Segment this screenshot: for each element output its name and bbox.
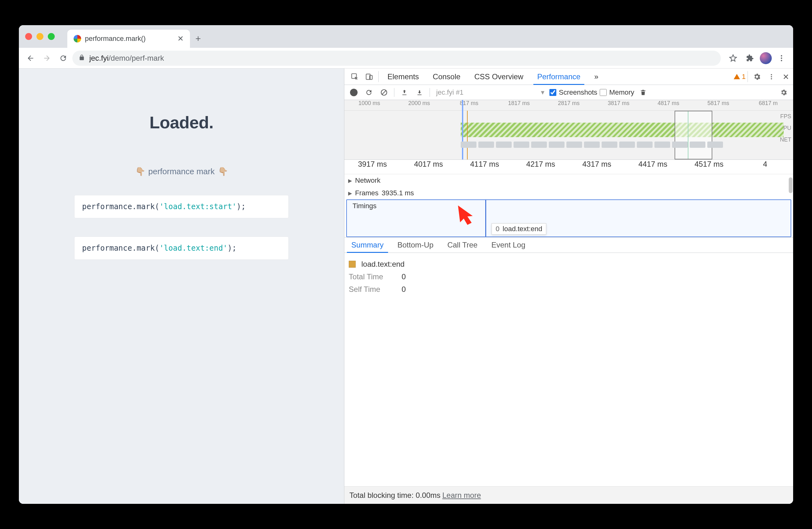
overview-selection[interactable] [675,111,712,159]
color-swatch [349,261,356,268]
browser-menu-icon[interactable] [774,51,789,66]
disclosure-triangle-icon[interactable]: ▶ [348,190,352,196]
recording-select[interactable]: jec.fyi #1 ▾ [434,88,547,97]
url-host: jec.fyi [89,54,108,62]
tab-call-tree[interactable]: Call Tree [440,238,484,253]
save-profile-icon[interactable] [413,86,426,99]
close-tab-icon[interactable]: ✕ [177,34,184,43]
inspect-icon[interactable] [348,69,362,85]
frames-value: 3935.1 ms [382,189,414,197]
tab-css-overview[interactable]: CSS Overview [467,69,530,85]
devtools-footer: Total blocking time: 0.00ms Learn more [344,486,793,504]
tracks-pane: ▶ Network ▶ Frames 3935.1 ms Timings 0 [344,174,793,237]
subtitle-text: performance mark [148,167,215,176]
browser-tab[interactable]: performance.mark() ✕ [67,30,190,48]
warning-count: 1 [742,73,746,81]
overview-cursor[interactable] [462,100,463,159]
frames-track-row[interactable]: ▶ Frames 3935.1 ms [344,187,793,199]
recording-label: jec.fyi #1 [436,88,464,97]
minimize-window-button[interactable] [37,33,43,40]
tab-strip: performance.mark() ✕ + [19,25,793,48]
garbage-collect-icon[interactable] [637,86,649,99]
summary-total-value: 0 [402,272,406,281]
screenshots-toggle[interactable]: Screenshots [549,88,597,97]
load-profile-icon[interactable] [398,86,411,99]
code-snippet-end: performance.mark('load.text:end'); [74,237,288,259]
summary-name-row: load.text:end [349,258,789,271]
network-track-row[interactable]: ▶ Network [344,174,793,187]
url-text: jec.fyi/demo/perf-mark [89,54,164,62]
clear-icon[interactable] [378,86,390,99]
warning-icon [734,74,740,79]
cpu-track [461,123,784,137]
timing-tooltip: 0 load.text:end [492,223,546,234]
tab-summary[interactable]: Summary [344,238,391,253]
close-window-button[interactable] [25,33,32,40]
timings-label: Timings [352,202,376,210]
summary-panel: load.text:end Total Time 0 Self Time 0 [344,253,793,301]
page-subtitle: 👇🏼 performance mark 👇🏼 [135,167,228,176]
svg-point-0 [781,55,782,56]
svg-point-8 [771,78,772,79]
reload-record-icon[interactable] [363,86,375,99]
memory-toggle[interactable]: Memory [600,88,634,97]
window-controls [25,33,55,40]
capture-settings-icon[interactable] [778,86,790,99]
tab-elements[interactable]: Elements [380,69,426,85]
svg-point-2 [781,60,782,61]
back-button[interactable] [23,51,38,66]
devtools-menu-icon[interactable] [764,69,779,85]
bookmark-star-icon[interactable] [726,51,740,66]
svg-point-7 [771,76,772,77]
browser-window: performance.mark() ✕ + jec.fyi/demo/perf… [19,25,793,504]
tab-bottom-up[interactable]: Bottom-Up [391,238,440,253]
record-button[interactable] [348,86,360,99]
tooltip-label: load.text:end [503,225,542,233]
forward-button[interactable] [40,51,54,66]
point-down-icon: 👇🏼 [135,167,145,176]
perf-toolbar: jec.fyi #1 ▾ Screenshots Memory [344,85,793,100]
net-track [461,142,784,148]
flame-ruler[interactable]: 3917 ms 4017 ms 4117 ms 4217 ms 4317 ms … [344,160,793,174]
reload-button[interactable] [56,51,70,66]
svg-point-6 [771,74,772,75]
new-tab-button[interactable]: + [192,32,204,45]
browser-toolbar: jec.fyi/demo/perf-mark [19,48,793,69]
lock-icon [78,54,85,62]
warnings-indicator[interactable]: 1 [734,69,746,85]
timing-marker[interactable] [485,200,486,237]
web-page: Loaded. 👇🏼 performance mark 👇🏼 performan… [19,69,344,504]
device-toggle-icon[interactable] [362,69,376,85]
summary-self-value: 0 [402,285,406,294]
close-devtools-icon[interactable] [779,69,793,85]
devtools-tabbar: Elements Console CSS Overview Performanc… [344,69,793,85]
extensions-icon[interactable] [743,51,757,66]
overview-pane[interactable]: 1000 ms 2000 ms 817 ms 1817 ms 2817 ms 3… [344,100,793,160]
url-path: /demo/perf-mark [108,54,164,62]
detail-tabbar: Summary Bottom-Up Call Tree Event Log [344,237,793,253]
tab-event-log[interactable]: Event Log [484,238,532,253]
settings-gear-icon[interactable] [750,69,764,85]
tab-console[interactable]: Console [426,69,467,85]
tab-performance[interactable]: Performance [530,69,587,85]
tab-title: performance.mark() [85,34,174,43]
favicon-icon [74,35,81,42]
memory-checkbox[interactable] [600,89,607,96]
annotation-arrow-icon [454,201,479,227]
chevron-down-icon: ▾ [541,88,545,97]
devtools-panel: Elements Console CSS Overview Performanc… [344,69,793,504]
tabs-overflow-icon[interactable]: » [588,69,605,85]
overview-marker [467,111,468,159]
content-area: Loaded. 👇🏼 performance mark 👇🏼 performan… [19,69,793,504]
disclosure-triangle-icon[interactable]: ▶ [348,178,352,184]
scrollbar-thumb[interactable] [789,177,793,193]
overview-ruler: 1000 ms 2000 ms 817 ms 1817 ms 2817 ms 3… [344,100,793,111]
address-bar[interactable]: jec.fyi/demo/perf-mark [72,51,721,66]
zoom-window-button[interactable] [48,33,55,40]
timings-track[interactable]: Timings 0 load.text:end [346,199,791,237]
summary-self-row: Self Time 0 [349,283,789,296]
profile-avatar[interactable] [760,52,772,64]
page-heading: Loaded. [149,113,214,132]
screenshots-checkbox[interactable] [549,89,556,96]
learn-more-link[interactable]: Learn more [443,491,481,500]
